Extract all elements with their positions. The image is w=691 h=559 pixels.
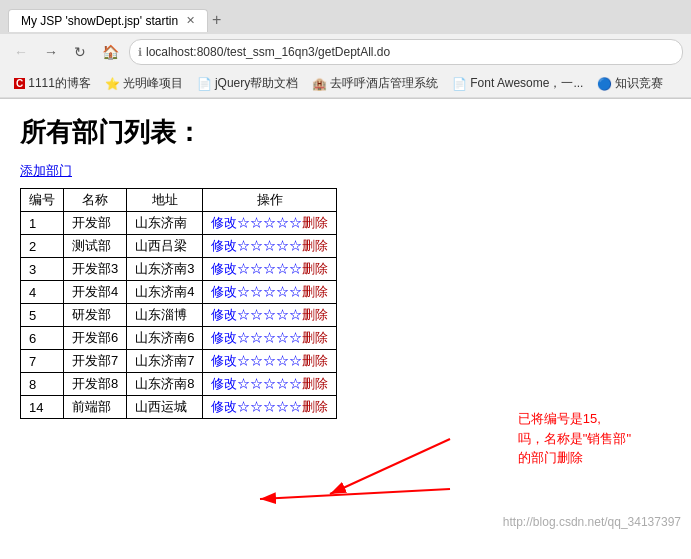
bookmark-hotel[interactable]: 🏨 去呼呼酒店管理系统 [306,73,444,94]
page-title: 所有部门列表： [20,115,671,150]
cell-name: 测试部 [64,235,127,258]
bookmark-guangming[interactable]: ⭐ 光明峰项目 [99,73,189,94]
table-row: 1开发部山东济南修改☆☆☆☆☆删除 [21,212,337,235]
cell-id: 8 [21,373,64,396]
content-area: 所有部门列表： 添加部门 编号 名称 地址 操作 1开发部山东济南修改☆☆☆☆☆… [0,99,691,549]
cell-id: 3 [21,258,64,281]
delete-link[interactable]: 删除 [302,261,328,276]
bookmark-label: jQuery帮助文档 [215,75,298,92]
modify-link[interactable]: 修改☆☆☆☆☆ [211,376,302,391]
modify-link[interactable]: 修改☆☆☆☆☆ [211,215,302,230]
tab-title: My JSP 'showDept.jsp' starting p... [21,14,178,28]
cell-name: 开发部3 [64,258,127,281]
new-tab-button[interactable]: + [212,11,221,29]
delete-link[interactable]: 删除 [302,284,328,299]
bookmark-knowledge[interactable]: 🔵 知识竞赛 [591,73,669,94]
forward-button[interactable]: → [38,42,64,62]
table-header-row: 编号 名称 地址 操作 [21,189,337,212]
cell-name: 研发部 [64,304,127,327]
table-row: 3开发部3山东济南3修改☆☆☆☆☆删除 [21,258,337,281]
bookmark-label: 知识竞赛 [615,75,663,92]
lock-icon: ℹ [138,46,142,59]
modify-link[interactable]: 修改☆☆☆☆☆ [211,330,302,345]
delete-link[interactable]: 删除 [302,307,328,322]
delete-link[interactable]: 删除 [302,353,328,368]
bookmark-icon-knowledge: 🔵 [597,77,612,91]
modify-link[interactable]: 修改☆☆☆☆☆ [211,307,302,322]
table-row: 5研发部山东淄博修改☆☆☆☆☆删除 [21,304,337,327]
bookmark-fontawesome[interactable]: 📄 Font Awesome，一... [446,73,589,94]
add-dept-link[interactable]: 添加部门 [20,162,72,180]
cell-ops: 修改☆☆☆☆☆删除 [203,396,337,419]
tab-bar: My JSP 'showDept.jsp' starting p... ✕ + [0,0,691,34]
bookmark-label: Font Awesome，一... [470,75,583,92]
delete-link[interactable]: 删除 [302,330,328,345]
cell-name: 开发部4 [64,281,127,304]
browser-chrome: My JSP 'showDept.jsp' starting p... ✕ + … [0,0,691,99]
modify-link[interactable]: 修改☆☆☆☆☆ [211,261,302,276]
cell-ops: 修改☆☆☆☆☆删除 [203,350,337,373]
bookmark-label: 1111的博客 [28,75,91,92]
cell-id: 2 [21,235,64,258]
cell-ops: 修改☆☆☆☆☆删除 [203,373,337,396]
cell-name: 开发部8 [64,373,127,396]
svg-line-2 [260,489,450,499]
cell-ops: 修改☆☆☆☆☆删除 [203,212,337,235]
col-name: 名称 [64,189,127,212]
cell-ops: 修改☆☆☆☆☆删除 [203,235,337,258]
modify-link[interactable]: 修改☆☆☆☆☆ [211,238,302,253]
cell-name: 开发部7 [64,350,127,373]
cell-ops: 修改☆☆☆☆☆删除 [203,258,337,281]
bookmark-label: 去呼呼酒店管理系统 [330,75,438,92]
reload-button[interactable]: ↻ [68,42,92,62]
delete-link[interactable]: 删除 [302,238,328,253]
annotation-text: 已将编号是15, 吗，名称是"销售部" 的部门删除 [518,409,631,468]
bookmark-csdn[interactable]: C 1111的博客 [8,73,97,94]
bookmark-icon-csdn: C [14,78,25,89]
tab-close-button[interactable]: ✕ [186,14,195,27]
cell-id: 5 [21,304,64,327]
page-content: 所有部门列表： 添加部门 编号 名称 地址 操作 1开发部山东济南修改☆☆☆☆☆… [0,99,691,435]
bookmark-icon-hotel: 🏨 [312,77,327,91]
active-tab[interactable]: My JSP 'showDept.jsp' starting p... ✕ [8,9,208,32]
bookmark-icon-fa: 📄 [452,77,467,91]
delete-link[interactable]: 删除 [302,376,328,391]
svg-line-1 [330,439,450,494]
table-row: 2测试部山西吕梁修改☆☆☆☆☆删除 [21,235,337,258]
bookmark-icon-page: 📄 [197,77,212,91]
cell-addr: 山东济南7 [127,350,203,373]
annotation: 已将编号是15, 吗，名称是"销售部" 的部门删除 [518,409,631,468]
cell-id: 1 [21,212,64,235]
cell-id: 7 [21,350,64,373]
delete-link[interactable]: 删除 [302,399,328,414]
bookmark-jquery[interactable]: 📄 jQuery帮助文档 [191,73,304,94]
cell-addr: 山东济南 [127,212,203,235]
col-addr: 地址 [127,189,203,212]
cell-addr: 山东淄博 [127,304,203,327]
modify-link[interactable]: 修改☆☆☆☆☆ [211,399,302,414]
cell-id: 4 [21,281,64,304]
annotation-line2: 吗，名称是"销售部" [518,431,631,446]
address-bar[interactable]: ℹ localhost:8080/test_ssm_16qn3/getDeptA… [129,39,683,65]
cell-addr: 山西运城 [127,396,203,419]
cell-name: 开发部 [64,212,127,235]
modify-link[interactable]: 修改☆☆☆☆☆ [211,353,302,368]
annotation-line1: 已将编号是15, [518,411,601,426]
table-row: 8开发部8山东济南8修改☆☆☆☆☆删除 [21,373,337,396]
dept-table: 编号 名称 地址 操作 1开发部山东济南修改☆☆☆☆☆删除2测试部山西吕梁修改☆… [20,188,337,419]
bookmark-icon-star: ⭐ [105,77,120,91]
col-id: 编号 [21,189,64,212]
cell-addr: 山东济南8 [127,373,203,396]
cell-id: 6 [21,327,64,350]
cell-addr: 山东济南3 [127,258,203,281]
cell-addr: 山东济南6 [127,327,203,350]
home-button[interactable]: 🏠 [96,42,125,62]
url-text: localhost:8080/test_ssm_16qn3/getDeptAll… [146,45,390,59]
cell-name: 前端部 [64,396,127,419]
back-button[interactable]: ← [8,42,34,62]
col-ops: 操作 [203,189,337,212]
nav-bar: ← → ↻ 🏠 ℹ localhost:8080/test_ssm_16qn3/… [0,34,691,70]
delete-link[interactable]: 删除 [302,215,328,230]
modify-link[interactable]: 修改☆☆☆☆☆ [211,284,302,299]
cell-addr: 山西吕梁 [127,235,203,258]
